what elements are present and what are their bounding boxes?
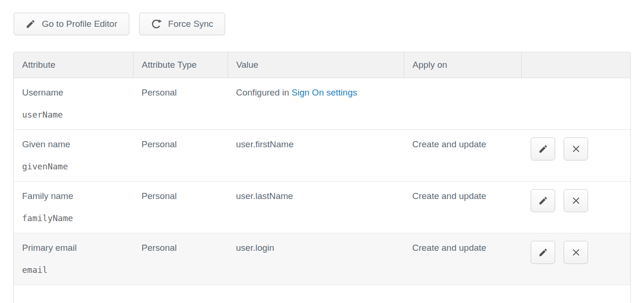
table-row-partial <box>14 285 630 303</box>
table-header-row: Attribute Attribute Type Value Apply on <box>14 52 630 78</box>
apply-on-cell: Create and update <box>404 233 521 285</box>
close-icon <box>571 144 581 154</box>
value-cell: user.lastName <box>228 181 404 233</box>
delete-attribute-button[interactable] <box>564 137 588 160</box>
actions-cell <box>521 181 630 233</box>
attribute-mappings-page: Go to Profile Editor Force Sync Attribut… <box>0 0 644 303</box>
attribute-mappings-table: Attribute Attribute Type Value Apply on … <box>13 52 631 303</box>
delete-attribute-button[interactable] <box>564 241 588 264</box>
attribute-cell: Family name familyName <box>14 181 133 233</box>
apply-on-cell: Create and update <box>404 129 521 181</box>
pencil-icon <box>538 144 548 154</box>
actions-cell <box>521 78 630 129</box>
pencil-icon <box>538 196 548 206</box>
column-header-actions <box>521 52 630 78</box>
attribute-label: Primary email <box>22 242 125 254</box>
refresh-icon <box>151 18 162 30</box>
force-sync-label: Force Sync <box>168 19 213 29</box>
column-header-attribute: Attribute <box>14 52 133 78</box>
actions-cell <box>521 129 630 181</box>
attribute-label: Family name <box>22 190 125 202</box>
attribute-cell: Username userName <box>14 78 133 129</box>
sign-on-settings-link[interactable]: Sign On settings <box>291 88 357 97</box>
attribute-label: Username <box>22 87 125 99</box>
table-row-given-name: Given name givenName Personal user.first… <box>14 129 630 181</box>
pencil-icon <box>25 19 36 29</box>
edit-attribute-button[interactable] <box>531 189 555 212</box>
column-header-attribute-type: Attribute Type <box>133 52 228 78</box>
edit-attribute-button[interactable] <box>531 137 555 160</box>
partial-row-cell <box>14 285 630 303</box>
column-header-apply-on: Apply on <box>404 52 521 78</box>
column-header-value: Value <box>228 52 404 78</box>
value-cell: user.login <box>228 233 404 285</box>
delete-attribute-button[interactable] <box>564 189 588 212</box>
attribute-cell: Primary email email <box>14 233 133 285</box>
toolbar: Go to Profile Editor Force Sync <box>14 13 225 35</box>
close-icon <box>571 196 581 206</box>
value-cell: Configured in Sign On settings <box>228 78 404 129</box>
value-text: Configured in <box>236 88 291 97</box>
table-row-family-name: Family name familyName Personal user.las… <box>14 181 630 233</box>
attribute-variable-name: givenName <box>22 160 125 173</box>
go-to-profile-editor-button[interactable]: Go to Profile Editor <box>14 13 129 35</box>
force-sync-button[interactable]: Force Sync <box>139 13 225 35</box>
attribute-type-cell: Personal <box>133 233 228 285</box>
pencil-icon <box>538 247 548 257</box>
attribute-type-cell: Personal <box>133 181 228 233</box>
attribute-cell: Given name givenName <box>14 129 133 181</box>
attribute-type-cell: Personal <box>133 78 228 129</box>
attribute-variable-name: familyName <box>22 212 125 224</box>
table-row-username: Username userName Personal Configured in… <box>14 78 630 129</box>
actions-cell <box>521 233 630 285</box>
attribute-label: Given name <box>22 138 125 151</box>
value-cell: user.firstName <box>228 129 404 181</box>
attribute-variable-name: email <box>22 264 125 276</box>
attribute-type-cell: Personal <box>133 129 228 181</box>
table-row-primary-email: Primary email email Personal user.login … <box>14 233 630 285</box>
go-to-profile-editor-label: Go to Profile Editor <box>42 19 118 29</box>
edit-attribute-button[interactable] <box>531 241 555 264</box>
attribute-variable-name: userName <box>22 109 125 121</box>
apply-on-cell: Create and update <box>404 181 521 233</box>
apply-on-cell <box>404 78 521 129</box>
close-icon <box>571 247 581 257</box>
